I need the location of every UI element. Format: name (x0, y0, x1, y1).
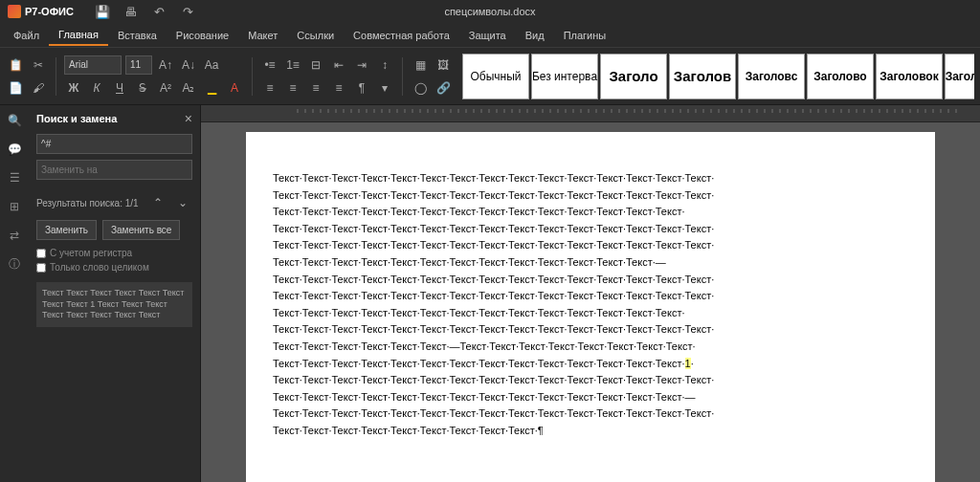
search-panel-title: Поиск и замена (36, 113, 117, 124)
menu-plugins[interactable]: Плагины (554, 26, 616, 45)
underline-icon[interactable]: Ч (110, 78, 129, 98)
align-justify-icon[interactable]: ≡ (329, 78, 348, 98)
search-replace-panel: Поиск и замена × Результаты поиска: 1/1 … (29, 105, 201, 482)
document-area: Текст·Текст·Текст·Текст·Текст·Текст·Текс… (201, 105, 980, 482)
style-heading3[interactable]: Заголовс (738, 54, 805, 99)
search-result-item[interactable]: Текст Текст Текст Текст Текст Текст Текс… (36, 282, 192, 327)
style-heading6[interactable]: Заголовок ( (945, 54, 974, 99)
case-icon[interactable]: Aa (202, 55, 221, 75)
style-gallery: Обычный Без интервa Заголо Заголов Загол… (462, 54, 974, 99)
left-toolbar: 🔍 💬 ☰ ⊞ ⇄ ⓘ (0, 105, 29, 482)
case-sensitive-checkbox[interactable]: С учетом регистра (36, 248, 192, 258)
style-heading4[interactable]: Заголово (807, 54, 874, 99)
undo-icon[interactable]: ↶ (150, 2, 169, 21)
print-icon[interactable]: 🖶 (122, 2, 141, 21)
style-heading1[interactable]: Заголо (600, 54, 667, 99)
align-center-icon[interactable]: ≡ (283, 78, 302, 98)
search-input[interactable] (36, 134, 192, 154)
style-heading2[interactable]: Заголов (669, 54, 736, 99)
strike-icon[interactable]: S̶ (133, 78, 152, 98)
insert-link-icon[interactable]: 🔗 (434, 78, 453, 98)
multilevel-icon[interactable]: ⊟ (306, 55, 325, 75)
menu-bar: Файл Главная Вставка Рисование Макет Ссы… (0, 23, 980, 48)
indent-dec-icon[interactable]: ⇤ (329, 55, 348, 75)
cut-icon[interactable]: ✂ (29, 55, 48, 75)
close-icon[interactable]: × (185, 111, 192, 126)
menu-view[interactable]: Вид (516, 26, 554, 45)
superscript-icon[interactable]: A² (156, 78, 175, 98)
insert-table-icon[interactable]: ▦ (411, 55, 430, 75)
menu-draw[interactable]: Рисование (167, 26, 238, 45)
replace-button[interactable]: Заменить (36, 220, 97, 240)
next-result-icon[interactable]: ⌄ (173, 193, 192, 212)
headings-icon[interactable]: ⊞ (5, 197, 24, 216)
menu-collab[interactable]: Совместная работа (344, 26, 459, 45)
app-name: Р7-ОФИС (25, 6, 74, 17)
whole-word-checkbox[interactable]: Только слово целиком (36, 262, 192, 273)
align-left-icon[interactable]: ≡ (260, 78, 279, 98)
align-right-icon[interactable]: ≡ (306, 78, 325, 98)
decrease-font-icon[interactable]: A↓ (179, 55, 198, 75)
menu-references[interactable]: Ссылки (287, 26, 344, 45)
bullets-icon[interactable]: •≡ (260, 55, 279, 75)
copy-icon[interactable]: 📋 (6, 55, 25, 75)
menu-protect[interactable]: Защита (459, 26, 516, 45)
font-size-select[interactable] (125, 55, 152, 75)
shading-icon[interactable]: ▾ (375, 78, 394, 98)
indent-inc-icon[interactable]: ⇥ (352, 55, 371, 75)
font-color-icon[interactable]: A (225, 78, 244, 98)
insert-shape-icon[interactable]: ◯ (411, 78, 430, 98)
search-results-count: Результаты поиска: 1/1 (36, 198, 139, 208)
app-logo-icon (8, 5, 21, 18)
document-title: спецсимволы.docx (444, 6, 535, 17)
nonprinting-icon[interactable]: ¶ (352, 78, 371, 98)
document-page[interactable]: Текст·Текст·Текст·Текст·Текст·Текст·Текс… (246, 132, 935, 482)
horizontal-ruler[interactable] (201, 105, 980, 122)
bold-icon[interactable]: Ж (64, 78, 83, 98)
numbering-icon[interactable]: 1≡ (283, 55, 302, 75)
paste-icon[interactable]: 📄 (6, 78, 25, 98)
style-normal[interactable]: Обычный (462, 54, 529, 99)
redo-icon[interactable]: ↷ (179, 2, 198, 21)
line-spacing-icon[interactable]: ↕ (375, 55, 394, 75)
subscript-icon[interactable]: A₂ (179, 78, 198, 98)
compare-icon[interactable]: ⇄ (5, 226, 24, 245)
style-heading5[interactable]: Заголовок (876, 54, 943, 99)
feedback-icon[interactable]: ⓘ (5, 254, 24, 274)
save-icon[interactable]: 💾 (93, 2, 112, 21)
increase-font-icon[interactable]: A↑ (156, 55, 175, 75)
menu-file[interactable]: Файл (4, 26, 49, 45)
comments-icon[interactable]: 💬 (5, 140, 24, 159)
italic-icon[interactable]: К (87, 78, 106, 98)
search-icon[interactable]: 🔍 (5, 111, 24, 130)
replace-input[interactable] (36, 160, 192, 180)
font-name-select[interactable] (64, 55, 122, 75)
menu-layout[interactable]: Макет (238, 26, 287, 45)
menu-home[interactable]: Главная (49, 25, 108, 46)
format-painter-icon[interactable]: 🖌 (29, 78, 48, 98)
replace-all-button[interactable]: Заменить все (102, 220, 180, 240)
insert-image-icon[interactable]: 🖼 (434, 55, 453, 75)
style-nospace[interactable]: Без интервa (531, 54, 598, 99)
prev-result-icon[interactable]: ⌃ (148, 193, 167, 212)
highlight-icon[interactable]: ▁ (202, 78, 221, 98)
menu-insert[interactable]: Вставка (108, 26, 167, 45)
navigation-icon[interactable]: ☰ (5, 168, 24, 187)
toolbar: 📋 ✂ 📄 🖌 A↑ A↓ Aa Ж К Ч S̶ A² A₂ ▁ A (0, 48, 980, 105)
